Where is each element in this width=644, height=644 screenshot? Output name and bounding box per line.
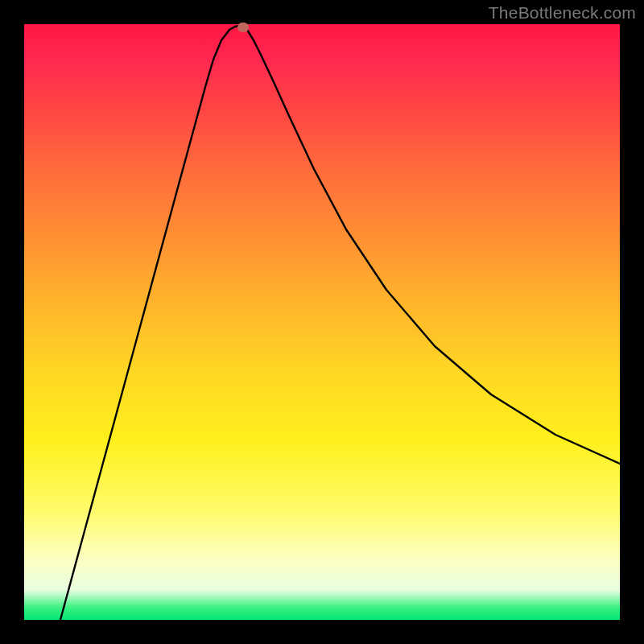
bottleneck-curve <box>60 26 620 620</box>
plot-area <box>24 24 620 620</box>
minimum-marker <box>237 23 249 32</box>
watermark-text: TheBottleneck.com <box>489 3 636 23</box>
curve-layer <box>24 24 620 620</box>
chart-frame: TheBottleneck.com <box>0 0 644 644</box>
